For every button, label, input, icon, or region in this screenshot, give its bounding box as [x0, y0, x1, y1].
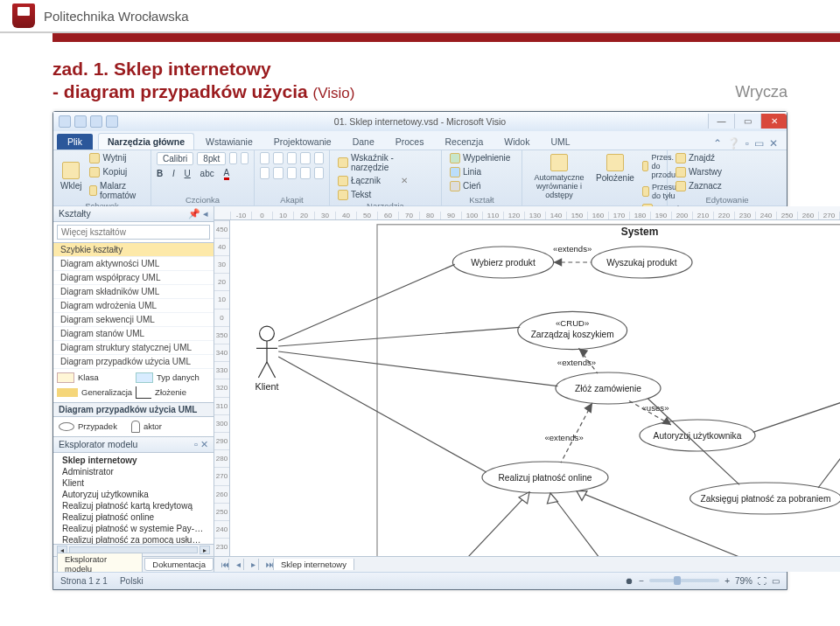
connector-tool[interactable]: Łącznik✕ [335, 175, 436, 187]
file-tab[interactable]: Plik [57, 134, 93, 150]
shrink-font-icon[interactable] [241, 152, 248, 164]
restore-button[interactable]: ▭ [734, 114, 760, 129]
group-arrange: Automatyczne wyrównanie i odstępy Położe… [522, 150, 668, 205]
sheet-nav-prev[interactable]: ◂ [229, 559, 244, 570]
shape-zlozenie[interactable]: Złożenie [136, 386, 210, 399]
line-button[interactable]: Linia [447, 166, 516, 178]
explorer-close-icon[interactable]: ▫ ✕ [194, 439, 208, 450]
undo-icon[interactable] [90, 115, 102, 128]
shape-aktor[interactable]: aktor [131, 421, 162, 433]
mdi-close-icon[interactable]: ✕ [769, 137, 778, 150]
text-tool[interactable]: Tekst [335, 189, 436, 201]
close-button[interactable]: ✕ [760, 114, 787, 129]
tree-node[interactable]: Klient [53, 477, 214, 489]
tab-insert[interactable]: Wstawianie [196, 133, 262, 150]
format-painter-button[interactable]: Malarz formatów [87, 180, 145, 201]
stencil-item[interactable]: Diagram przypadków użycia UML [53, 355, 214, 369]
align-top-icon[interactable] [260, 167, 270, 179]
find-button[interactable]: Znajdź [673, 152, 781, 164]
tree-node[interactable]: Autoryzuj użytkownika [53, 489, 214, 500]
tree-node[interactable]: Realizuj płatność online [53, 511, 214, 523]
sheet-nav-next[interactable]: ▸ [244, 559, 259, 570]
shadow-button[interactable]: Cień [447, 180, 516, 192]
align-right-icon[interactable] [287, 152, 297, 164]
grow-font-icon[interactable] [229, 152, 237, 164]
sheet-nav-last[interactable]: ⏭ [259, 559, 274, 570]
record-macro-icon[interactable]: ⏺ [625, 576, 634, 586]
mdi-max-icon[interactable]: ▭ [754, 137, 764, 150]
stencil-item[interactable]: Szybkie kształty [53, 243, 214, 257]
paste-button[interactable]: Wklej [59, 160, 83, 192]
copy-button[interactable]: Kopiuj [87, 166, 145, 178]
fit-page-button[interactable]: ⛶ [758, 576, 766, 586]
drawing-canvas[interactable]: System Klient [230, 220, 840, 556]
position-button[interactable]: Położenie [594, 152, 636, 184]
tree-node[interactable]: Realizuj płatność kartą kredytową [53, 500, 214, 511]
tab-data[interactable]: Dane [343, 133, 384, 150]
decrease-indent-icon[interactable] [300, 167, 310, 179]
sheet-nav-first[interactable]: ⏮ [214, 559, 229, 570]
shape-generalization[interactable]: Generalizacja [57, 386, 132, 399]
slide-header: Politechnika Wrocławska [0, 0, 840, 33]
auto-align-button[interactable]: Automatyczne wyrównanie i odstępy [528, 152, 591, 201]
tab-design[interactable]: Projektowanie [264, 133, 341, 150]
redo-icon[interactable] [106, 115, 118, 128]
shape-klasa[interactable]: Klasa [57, 372, 132, 383]
rotate-text-icon[interactable] [314, 152, 324, 164]
align-left-icon[interactable] [260, 152, 270, 164]
tree-node[interactable]: Administrator [53, 466, 214, 477]
more-shapes[interactable]: Więcej kształtów [57, 225, 210, 240]
font-size-select[interactable]: 8pkt [197, 152, 226, 165]
align-bot-icon[interactable] [287, 167, 297, 179]
fill-button[interactable]: Wypełnienie [447, 152, 516, 164]
tree-node[interactable]: Realizuj płatność za pomocą usługi ePrze… [53, 534, 214, 544]
stencil-item[interactable]: Diagram współpracy UML [53, 271, 214, 285]
minimize-button[interactable]: — [708, 114, 734, 129]
minimize-ribbon-icon[interactable]: ⌃ [713, 137, 722, 150]
bullets-icon[interactable] [300, 152, 310, 164]
sheet-tab-page[interactable]: Sklep internetowy [274, 559, 354, 570]
layers-button[interactable]: Warstwy [673, 166, 781, 178]
window-title: 01. Sklep internetowy.vsd - Microsoft Vi… [334, 116, 506, 127]
shape-przypadek[interactable]: Przypadek [59, 421, 117, 433]
tree-node[interactable]: Sklep internetowy [53, 455, 214, 466]
tab-review[interactable]: Recenzja [435, 133, 493, 150]
tab-docs[interactable]: Dokumentacja [144, 558, 214, 571]
scroll-right-icon[interactable]: ▸ [200, 546, 210, 554]
align-center-icon[interactable] [273, 152, 283, 164]
tab-uml[interactable]: UML [541, 133, 579, 150]
status-bar: Strona 1 z 1 Polski ⏺ − + 79% ⛶ ▭ [53, 572, 787, 589]
tree-node[interactable]: Realizuj płatność w systemie Pay-Pal [53, 523, 214, 534]
underline-button[interactable]: U [185, 169, 191, 178]
save-icon[interactable] [74, 115, 87, 128]
tab-view[interactable]: Widok [494, 133, 539, 150]
tab-home[interactable]: Narzędzia główne [98, 133, 194, 150]
tab-process[interactable]: Proces [386, 133, 434, 150]
increase-indent-icon[interactable] [314, 167, 324, 179]
stencil-item[interactable]: Diagram aktywności UML [53, 257, 214, 271]
zoom-out-button[interactable]: − [639, 576, 644, 586]
select-button[interactable]: Zaznacz [673, 180, 781, 192]
bold-button[interactable]: B [157, 169, 163, 178]
fullscreen-button[interactable]: ▭ [772, 576, 780, 586]
system-label: System [621, 225, 659, 237]
explorer-tree[interactable]: Sklep internetowy Administrator Klient A… [53, 453, 214, 544]
cut-button[interactable]: Wytnij [87, 152, 145, 164]
font-name-select[interactable]: Calibri [157, 152, 193, 165]
shape-typ[interactable]: Typ danych [136, 372, 210, 383]
help-icon[interactable]: ❔ [727, 137, 740, 150]
zoom-slider[interactable] [649, 579, 719, 582]
stencil-item[interactable]: Diagram wdrożenia UML [53, 299, 214, 313]
italic-button[interactable]: I [172, 169, 175, 178]
pointer-tool[interactable]: Wskaźnik - narzędzie [335, 152, 436, 173]
pin-icon[interactable]: 📌 ◂ [188, 208, 208, 219]
stencil-item[interactable]: Diagram struktury statycznej UML [53, 341, 214, 355]
strike-button[interactable]: abc [200, 169, 214, 178]
mdi-min-icon[interactable]: ▫ [746, 137, 749, 150]
align-mid-icon[interactable] [273, 167, 283, 179]
font-color-button[interactable]: A [224, 168, 230, 180]
stencil-item[interactable]: Diagram składników UML [53, 285, 214, 299]
stencil-item[interactable]: Diagram sekwencji UML [53, 313, 214, 327]
zoom-in-button[interactable]: + [724, 576, 730, 586]
stencil-item[interactable]: Diagram stanów UML [53, 327, 214, 341]
